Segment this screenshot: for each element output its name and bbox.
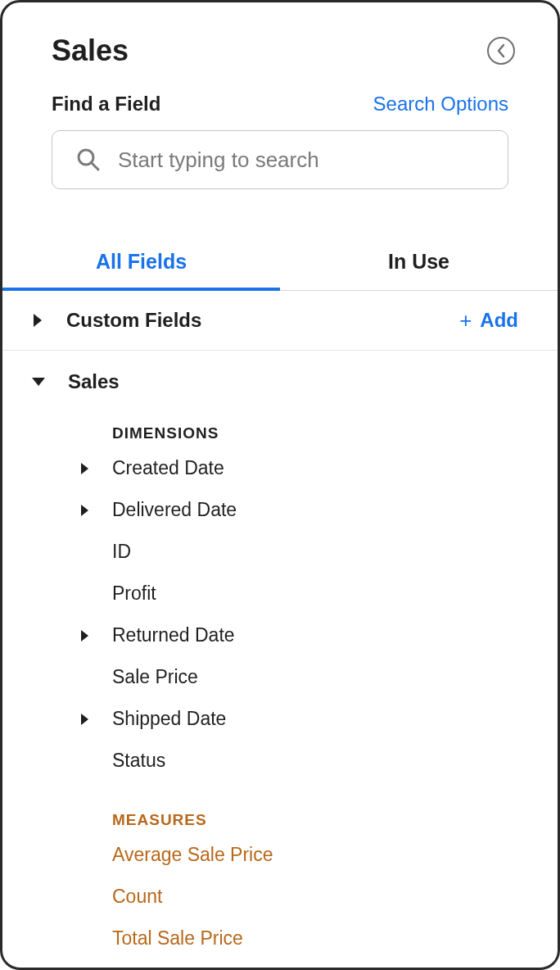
field-returned-date[interactable]: Returned Date xyxy=(2,614,558,656)
search-icon xyxy=(75,147,102,173)
caret-right-icon xyxy=(81,463,88,474)
caret-down-icon xyxy=(32,378,45,386)
caret-spacer xyxy=(81,755,88,767)
field-profit[interactable]: Profit xyxy=(2,573,558,614)
dimensions-header: DIMENSIONS xyxy=(2,401,558,447)
section-sales-label: Sales xyxy=(68,370,120,393)
caret-spacer xyxy=(81,672,88,683)
add-custom-field-button[interactable]: + Add xyxy=(459,309,518,332)
caret-spacer xyxy=(81,933,88,945)
field-sale-price[interactable]: Sale Price xyxy=(2,656,558,698)
plus-icon: + xyxy=(459,310,472,331)
field-label: Total Sale Price xyxy=(112,927,243,950)
caret-right-icon xyxy=(34,314,42,327)
caret-spacer xyxy=(81,891,88,903)
field-average-sale-price[interactable]: Average Sale Price xyxy=(2,834,558,876)
search-options-link[interactable]: Search Options xyxy=(373,93,508,116)
field-label: Status xyxy=(112,750,165,772)
tabs: All Fields In Use xyxy=(2,235,558,291)
caret-spacer xyxy=(81,546,88,558)
search-header: Find a Field Search Options xyxy=(52,93,508,116)
field-id[interactable]: ID xyxy=(2,531,558,573)
panel-header: Sales xyxy=(2,2,558,84)
caret-spacer xyxy=(81,850,88,861)
search-input[interactable] xyxy=(118,147,485,173)
search-box[interactable] xyxy=(52,130,508,189)
add-label: Add xyxy=(480,309,518,332)
caret-right-icon xyxy=(81,714,88,725)
find-field-label: Find a Field xyxy=(52,93,160,116)
field-total-sale-price[interactable]: Total Sale Price xyxy=(2,918,558,959)
field-label: Returned Date xyxy=(112,624,235,646)
field-label: ID xyxy=(112,541,131,563)
custom-fields-row[interactable]: Custom Fields + Add xyxy=(2,291,558,351)
field-picker-panel: Sales Find a Field Search Options All Fi… xyxy=(0,0,560,970)
field-created-date[interactable]: Created Date xyxy=(2,447,558,489)
section-sales-header[interactable]: Sales xyxy=(2,351,558,401)
chevron-left-icon xyxy=(496,43,506,58)
field-label: Sale Price xyxy=(112,666,198,688)
field-label: Delivered Date xyxy=(112,499,237,521)
field-label: Shipped Date xyxy=(112,708,226,730)
field-delivered-date[interactable]: Delivered Date xyxy=(2,489,558,531)
search-section: Find a Field Search Options xyxy=(2,84,558,189)
field-label: Profit xyxy=(112,582,156,605)
measures-header: MEASURES xyxy=(2,782,558,834)
tab-all-fields[interactable]: All Fields xyxy=(2,235,280,290)
panel-title: Sales xyxy=(52,34,129,68)
field-label: Created Date xyxy=(112,457,224,479)
caret-right-icon xyxy=(81,630,88,641)
caret-spacer xyxy=(81,588,88,600)
field-status[interactable]: Status xyxy=(2,740,558,782)
svg-line-1 xyxy=(92,163,98,170)
custom-fields-toggle[interactable]: Custom Fields xyxy=(30,309,201,332)
custom-fields-label: Custom Fields xyxy=(66,309,201,332)
field-label: Count xyxy=(112,886,162,908)
caret-right-icon xyxy=(81,505,88,516)
field-shipped-date[interactable]: Shipped Date xyxy=(2,698,558,740)
field-count[interactable]: Count xyxy=(2,876,558,918)
collapse-button[interactable] xyxy=(487,37,515,65)
field-label: Average Sale Price xyxy=(112,844,273,866)
tab-in-use[interactable]: In Use xyxy=(280,235,558,290)
